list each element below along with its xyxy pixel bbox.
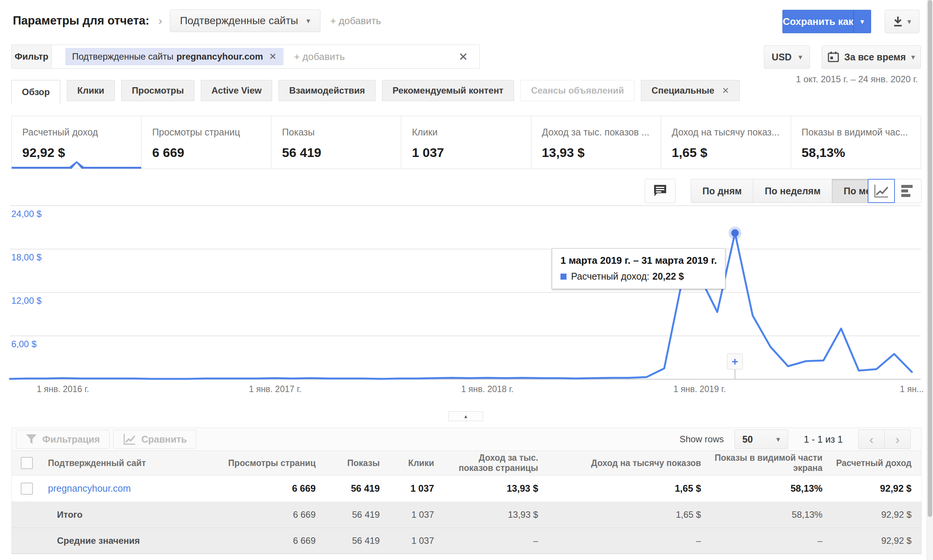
- header-cell: Просмотры страниц: [189, 458, 326, 468]
- cell: 6 669: [189, 483, 326, 494]
- y-axis-label: 18,00 $: [11, 252, 42, 263]
- zoom-marker-button[interactable]: +: [727, 354, 743, 369]
- select-all-checkbox[interactable]: [21, 457, 33, 469]
- chevron-down-icon: ▾: [860, 17, 864, 26]
- metric-card-viewability[interactable]: Показы в видимой час... 58,13%: [791, 116, 921, 169]
- pagination-buttons: ‹ ›: [859, 429, 911, 449]
- metric-card-clicks[interactable]: Клики 1 037: [401, 116, 531, 169]
- row-checkbox[interactable]: [21, 483, 33, 495]
- cell: –: [548, 535, 711, 546]
- metric-card-page-views[interactable]: Просмотры страниц 6 669: [142, 116, 271, 169]
- cell: 13,93 $: [444, 509, 548, 520]
- cell: 92,92 $: [832, 483, 921, 494]
- rows-per-page-value: 50: [742, 434, 753, 445]
- filter-clear-icon[interactable]: ✕: [459, 50, 468, 63]
- table-filter-button: Фильтрация: [16, 430, 109, 449]
- download-icon: [893, 16, 903, 27]
- y-axis-label: 12,00 $: [11, 295, 42, 306]
- metric-card-impression-rpm[interactable]: Доход на тысячу показ... 1,65 $: [661, 116, 791, 169]
- bar-chart-button[interactable]: [895, 179, 922, 203]
- cell-total-label: Итого: [12, 509, 189, 520]
- metric-card-estimated-revenue[interactable]: Расчетный доход 92,92 $: [12, 116, 142, 169]
- x-axis-label: 1 янв. 2016 г.: [37, 384, 89, 394]
- scrollbar-thumb[interactable]: [928, 0, 932, 517]
- metric-card-page-rpm[interactable]: Доход за тыс. показов ... 13,93 $: [531, 116, 661, 169]
- cell: 1,65 $: [548, 509, 711, 520]
- collapse-chart-button[interactable]: ▴: [448, 411, 483, 421]
- tooltip-series-line: Расчетный доход: 20,22 $: [560, 271, 717, 282]
- save-as-button[interactable]: Сохранить как: [782, 10, 853, 33]
- chevron-down-icon: ▾: [798, 52, 802, 62]
- cell: 56 419: [325, 535, 390, 546]
- chevron-down-icon: ▾: [776, 435, 780, 444]
- chevron-down-icon: ▾: [306, 16, 310, 25]
- tab-interactions[interactable]: Взаимодействия: [279, 80, 376, 101]
- chart-type-toggle: [868, 179, 922, 203]
- tab-views[interactable]: Просмотры: [121, 80, 194, 101]
- filter-add-button[interactable]: + добавить: [294, 51, 345, 63]
- add-report-parameter-button[interactable]: + добавить: [330, 15, 381, 27]
- scope-selector-dropdown[interactable]: Подтвержденные сайты ▾: [170, 9, 320, 32]
- compare-chart-icon: [123, 433, 136, 445]
- rows-per-page-dropdown[interactable]: 50 ▾: [734, 429, 788, 449]
- download-button[interactable]: ▾: [885, 10, 919, 33]
- bar-chart-icon: [901, 184, 916, 198]
- granularity-by-day-button[interactable]: По дням: [691, 179, 753, 203]
- comment-icon: [653, 184, 667, 198]
- cell: 1,65 $: [548, 483, 711, 494]
- breadcrumb-chevron-icon: ›: [159, 14, 162, 27]
- header-cell-site: Подтвержденный сайт: [12, 457, 189, 469]
- x-axis-label: 1 янв. 2019 г.: [673, 384, 726, 394]
- x-axis-label: 1 ян...: [900, 384, 924, 394]
- active-card-notch: [72, 163, 82, 169]
- funnel-icon: [26, 434, 37, 445]
- annotations-button[interactable]: [645, 179, 676, 203]
- revenue-chart: 1 марта 2019 г. – 31 марта 2019 г. Расче…: [0, 204, 933, 400]
- cell: 58,13%: [711, 483, 832, 494]
- cell: 1 037: [390, 483, 444, 494]
- save-as-menu-button[interactable]: ▾: [853, 10, 871, 33]
- cell: 58,13%: [711, 509, 832, 520]
- vertical-scrollbar[interactable]: [927, 0, 933, 560]
- next-page-button: ›: [884, 429, 911, 449]
- metric-card-impressions[interactable]: Показы 56 419: [271, 116, 401, 169]
- currency-dropdown[interactable]: USD ▾: [764, 45, 810, 69]
- show-rows-label: Show rows: [679, 434, 724, 445]
- calendar-icon: [828, 51, 839, 63]
- tab-overview[interactable]: Обзор: [11, 80, 60, 104]
- header-cell: Доход за тыс. показов страницы: [444, 453, 548, 473]
- cell: 13,93 $: [444, 483, 548, 494]
- table-row-average: Средние значения 6 669 56 419 1 037 – – …: [12, 528, 921, 554]
- tab-ad-sessions: Сеансы объявлений: [520, 80, 634, 101]
- pagination-range: 1 - 1 из 1: [804, 434, 843, 445]
- y-axis-label: 6,00 $: [11, 339, 37, 349]
- cell: –: [711, 535, 832, 546]
- filter-chip-close-icon[interactable]: ✕: [269, 51, 277, 62]
- cell: 6 669: [189, 509, 326, 520]
- cell: 56 419: [325, 483, 390, 494]
- granularity-by-week-button[interactable]: По неделям: [753, 179, 832, 203]
- report-tabs: Обзор Клики Просмотры Active View Взаимо…: [11, 80, 746, 104]
- metric-cards: Расчетный доход 92,92 $ Просмотры страни…: [11, 116, 921, 169]
- tab-custom[interactable]: Специальные ✕: [641, 80, 740, 101]
- date-range-dropdown[interactable]: За все время ▾: [822, 45, 921, 69]
- cell: 92,92 $: [832, 535, 921, 546]
- tab-clicks[interactable]: Клики: [67, 80, 115, 101]
- collapse-arrow-icon: ▴: [464, 413, 467, 420]
- chevron-down-icon: ▾: [911, 52, 915, 62]
- adsense-report-screen: Параметры для отчета: › Подтвержденные с…: [0, 0, 933, 560]
- cell: 56 419: [325, 509, 390, 520]
- line-chart-icon: [873, 183, 890, 198]
- filter-input[interactable]: Подтвержденные сайты pregnancyhour.com ✕…: [51, 45, 480, 69]
- tab-active-view[interactable]: Active View: [201, 80, 272, 101]
- table-row-site: pregnancyhour.com 6 669 56 419 1 037 13,…: [12, 475, 921, 502]
- tab-recommended-content[interactable]: Рекомендуемый контент: [382, 80, 514, 101]
- date-range-label: За все время: [844, 52, 906, 63]
- site-link[interactable]: pregnancyhour.com: [48, 483, 131, 494]
- cell: 92,92 $: [832, 509, 921, 520]
- tab-close-icon[interactable]: ✕: [722, 86, 729, 96]
- revenue-line: [10, 233, 912, 379]
- cell: –: [444, 535, 548, 546]
- line-chart-button[interactable]: [868, 179, 895, 203]
- filter-chip[interactable]: Подтвержденные сайты pregnancyhour.com ✕: [65, 48, 283, 65]
